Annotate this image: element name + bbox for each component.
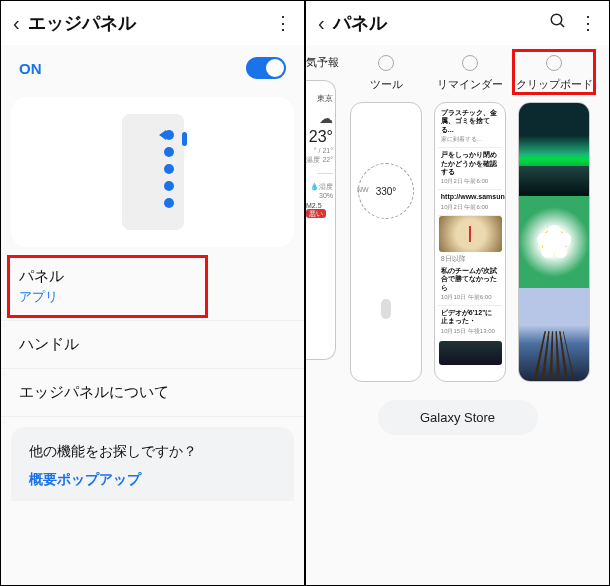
- page-title: パネル: [333, 11, 537, 35]
- radio-unselected[interactable]: [546, 55, 562, 71]
- radio-unselected[interactable]: [378, 55, 394, 71]
- edge-dot-icon: [164, 181, 174, 191]
- header: ‹ エッジパネル ⋮: [1, 1, 304, 45]
- panel-card-tools: NW 330°: [350, 102, 422, 382]
- footer-link[interactable]: 概要ポップアップ: [29, 471, 276, 489]
- radio-unselected[interactable]: [462, 55, 478, 71]
- panel-tools[interactable]: ツール NW 330°: [348, 55, 424, 382]
- clipboard-image-pier: [518, 288, 590, 381]
- edge-dot-icon: [164, 198, 174, 208]
- reminder-link: http://www.samsung.com: [441, 193, 499, 201]
- weather-cloud-icon: ☁: [319, 110, 333, 126]
- edge-dot-icon: [164, 164, 174, 174]
- divider: [317, 173, 333, 174]
- edge-preview-area: [11, 97, 294, 247]
- panel-label: リマインダー: [437, 77, 503, 92]
- reminder-item: ビデオが6'12"に止まった・ 10月15日 午後13:00: [438, 306, 502, 339]
- back-icon[interactable]: ‹: [318, 12, 325, 35]
- reminder-date: 10月15日 午後13:00: [441, 327, 499, 336]
- weather-range: ° / 21°: [314, 147, 333, 154]
- page-title: エッジパネル: [28, 11, 262, 35]
- panel-row: 気予報 東京 ☁ 23° ° / 21° 温度 22° 💧湿度 30% M2.5…: [306, 55, 609, 382]
- reminder-date: 10月2日 午前6:00: [441, 177, 499, 186]
- item-sub: アプリ: [19, 288, 286, 306]
- reminder-title: ビデオが6'12"に止まった・: [441, 309, 499, 326]
- reminder-title: 私のチームが次試合で勝てなかったら: [441, 267, 499, 292]
- reminder-item: http://www.samsung.com 10月2日 午前6:00: [438, 190, 502, 215]
- weather-temp: 23°: [309, 128, 333, 146]
- weather-pm: M2.5 悪い: [306, 202, 333, 219]
- panel-weather-partial[interactable]: 気予報 東京 ☁ 23° ° / 21° 温度 22° 💧湿度 30% M2.5…: [306, 55, 340, 382]
- more-icon[interactable]: ⋮: [274, 12, 292, 34]
- header: ‹ パネル ⋮: [306, 1, 609, 45]
- galaxy-store-button[interactable]: Galaxy Store: [378, 400, 538, 435]
- weather-feels: 温度 22°: [306, 155, 333, 165]
- reminder-item: 私のチームが次試合で勝てなかったら 10月10日 午前6:00: [438, 264, 502, 306]
- reminder-title: 戸をしっかり閉めたかどうかを確認する: [441, 151, 499, 176]
- item-title: エッジパネルについて: [19, 383, 286, 402]
- screen-edge-panel-settings: ‹ エッジパネル ⋮ ON パネル アプリ ハンドル: [0, 0, 305, 586]
- edge-dot-icon: [164, 147, 174, 157]
- clipboard-image-aurora: [518, 103, 590, 196]
- compass-dir: NW: [357, 186, 369, 193]
- panel-card-weather: 東京 ☁ 23° ° / 21° 温度 22° 💧湿度 30% M2.5 悪い: [306, 80, 336, 360]
- search-icon[interactable]: [549, 12, 567, 34]
- toggle-label: ON: [19, 60, 42, 77]
- item-title: ハンドル: [19, 335, 286, 354]
- settings-list: パネル アプリ ハンドル エッジパネルについて: [1, 253, 304, 417]
- panel-label: クリップボード: [516, 77, 593, 92]
- panel-reminder[interactable]: リマインダー プラスチック、金属、ゴミを捨てる... 家に到着する… 戸をしっか…: [432, 55, 508, 382]
- handle-menu-item[interactable]: ハンドル: [1, 321, 304, 369]
- weather-humidity: 30%: [319, 192, 333, 199]
- panel-label: 気予報: [306, 55, 339, 70]
- edge-dot-icon: [164, 130, 174, 140]
- master-toggle-row[interactable]: ON: [1, 45, 304, 91]
- reminder-image-storm: [439, 341, 502, 365]
- reminder-prev-label: 8日以降: [438, 252, 502, 264]
- flashlight-icon: [381, 299, 391, 319]
- reminder-date: 10月2日 午前6:00: [441, 203, 499, 212]
- reminder-image-compass: [439, 216, 502, 252]
- reminder-item: プラスチック、金属、ゴミを捨てる... 家に到着する…: [438, 106, 502, 148]
- red-highlight: [7, 255, 208, 318]
- panel-menu-item[interactable]: パネル アプリ: [1, 253, 304, 321]
- clipboard-image-daisy: [518, 196, 590, 289]
- svg-line-1: [560, 23, 564, 27]
- panel-card-reminder: プラスチック、金属、ゴミを捨てる... 家に到着する… 戸をしっかり閉めたかどう…: [434, 102, 506, 382]
- screen-panel-picker: ‹ パネル ⋮ 気予報 東京 ☁ 23° ° / 21° 温度 22° 💧湿度 …: [305, 0, 610, 586]
- svg-point-0: [551, 14, 562, 25]
- panel-label: ツール: [370, 77, 403, 92]
- edge-preview: [122, 114, 184, 230]
- edge-handle-icon: [182, 132, 187, 146]
- panel-card-clipboard: [518, 102, 590, 382]
- footer-card: 他の機能をお探しですか？ 概要ポップアップ: [11, 427, 294, 501]
- more-icon[interactable]: ⋮: [579, 12, 597, 34]
- footer-title: 他の機能をお探しですか？: [29, 443, 276, 461]
- toggle-switch[interactable]: [246, 57, 286, 79]
- reminder-title: プラスチック、金属、ゴミを捨てる...: [441, 109, 499, 134]
- weather-humidity-label: 💧湿度: [310, 182, 333, 192]
- compass-deg: 330°: [376, 186, 397, 197]
- weather-city: 東京: [317, 93, 333, 104]
- back-icon[interactable]: ‹: [13, 12, 20, 35]
- item-title: パネル: [19, 267, 286, 286]
- reminder-date: 家に到着する…: [441, 135, 499, 144]
- panel-scroll[interactable]: 気予報 東京 ☁ 23° ° / 21° 温度 22° 💧湿度 30% M2.5…: [306, 45, 609, 585]
- compass-icon: NW 330°: [358, 163, 414, 219]
- reminder-item: 戸をしっかり閉めたかどうかを確認する 10月2日 午前6:00: [438, 148, 502, 190]
- about-menu-item[interactable]: エッジパネルについて: [1, 369, 304, 417]
- reminder-date: 10月10日 午前6:00: [441, 293, 499, 302]
- panel-clipboard[interactable]: クリップボード: [516, 55, 592, 382]
